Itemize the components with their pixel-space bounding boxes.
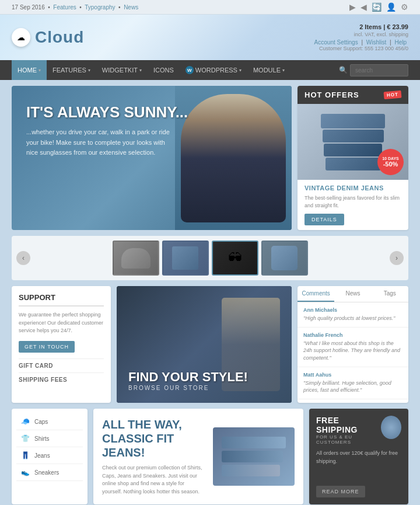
logo-text: Cloud: [35, 28, 84, 47]
cat-sneakers-label: Sneakers: [34, 469, 59, 476]
header-cart: 2 Items | € 23.99 incl. VAT, excl. shipp…: [313, 23, 408, 37]
nav-links: HOME ▾ FEATURES ▾ WIDGETKIT ▾ ICONS W WO…: [12, 60, 290, 80]
date: 17 Sep 2016: [12, 4, 45, 11]
classic-info: ALL THE WAY, CLASSIC FIT JEANS! Check ou…: [93, 409, 303, 504]
logo: ☁ Cloud: [12, 28, 84, 47]
account-settings-link[interactable]: Account Settings: [314, 39, 358, 46]
nav-home[interactable]: HOME ▾: [12, 60, 47, 80]
prev-button[interactable]: ‹: [16, 251, 30, 265]
thumbnail-1[interactable]: [113, 241, 159, 276]
hot-badge: HOT: [384, 90, 402, 100]
comment-2-author: Nathalie French: [303, 332, 402, 338]
comment-3-text: "Simply brilliant. Huge selection, good …: [303, 379, 402, 394]
cat-jeans[interactable]: 👖 Jeans: [16, 447, 83, 464]
find-style-content: FIND YOUR STYLE! BROWSE OUR STORE: [117, 358, 260, 403]
cat-caps[interactable]: 🧢 Caps: [16, 413, 83, 430]
discount-days: 10 DAYS: [382, 156, 399, 161]
tab-comments[interactable]: Comments: [298, 286, 334, 302]
wishlist-link[interactable]: Wishlist: [366, 39, 386, 46]
nav-search: 🔍: [339, 64, 408, 76]
support-box: SUPPORT We guarantee the perfect shoppin…: [12, 286, 111, 403]
next-button[interactable]: ›: [390, 251, 404, 265]
details-button[interactable]: DETAILS: [304, 214, 344, 225]
nav-icon-3[interactable]: 🔄: [372, 2, 382, 12]
hot-product-info: VINTAGE DENIM JEANS The best-selling jea…: [298, 180, 408, 230]
comments-tabs: Comments News Tags: [298, 286, 408, 302]
hero-text: ...whether you drive your car, walk in a…: [26, 127, 178, 158]
nav-wordpress[interactable]: W WORDPRESS ▾: [180, 60, 247, 80]
get-in-touch-button[interactable]: GET IN TOUCH: [19, 341, 75, 353]
classic-image: [213, 427, 295, 486]
search-input[interactable]: [350, 64, 408, 76]
nav-module[interactable]: MODULE ▾: [247, 60, 290, 80]
jeans-icon: 👖: [19, 451, 31, 459]
thumbnail-row: ‹ 🕶 ›: [12, 236, 408, 280]
comment-1: Ann Michaels "High quality products at l…: [298, 302, 408, 328]
logo-icon: ☁: [12, 28, 30, 47]
header-right: 2 Items | € 23.99 incl. VAT, excl. shipp…: [313, 23, 408, 51]
hero-row: IT'S ALWAYS SUNNY... ...whether you driv…: [12, 86, 408, 230]
nav-icon-4[interactable]: 👤: [386, 2, 396, 12]
shirts-icon: 👕: [19, 434, 31, 443]
cat-caps-label: Caps: [34, 419, 48, 425]
tab-tags[interactable]: Tags: [372, 286, 408, 302]
search-icon: 🔍: [339, 66, 348, 74]
free-shipping-box: FREE SHIPPING FOR US & EU CUSTOMERS All …: [309, 409, 408, 504]
caps-icon: 🧢: [19, 417, 31, 426]
classic-row: 🧢 Caps 👕 Shirts 👖 Jeans 👟 Sneakers ALL T…: [12, 409, 408, 504]
support-title: SUPPORT: [19, 293, 104, 307]
nav-features[interactable]: FEATURES ▾: [47, 60, 96, 80]
comment-3-author: Matt Aahus: [303, 372, 402, 378]
top-link-news[interactable]: News: [124, 4, 138, 11]
nav-icon-5[interactable]: ⚙: [401, 2, 408, 12]
gift-card-link[interactable]: GIFT CARD: [19, 358, 104, 372]
read-more-button[interactable]: READ MORE: [316, 486, 365, 497]
find-style-title: FIND YOUR STYLE!: [128, 370, 248, 385]
discount-pct: -50%: [383, 161, 398, 168]
help-link[interactable]: Help: [394, 39, 407, 46]
hot-product-desc: The best-selling jeans favored for its s…: [304, 194, 401, 209]
find-style-sub: BROWSE OUR STORE: [128, 385, 248, 391]
nav-icons[interactable]: ICONS: [148, 60, 180, 80]
comment-3: Matt Aahus "Simply brilliant. Huge selec…: [298, 367, 408, 399]
jeans-stack-visual: [222, 437, 286, 476]
categories-sidebar: 🧢 Caps 👕 Shirts 👖 Jeans 👟 Sneakers: [12, 409, 88, 504]
navigation: HOME ▾ FEATURES ▾ WIDGETKIT ▾ ICONS W WO…: [0, 60, 420, 80]
thumbnail-2[interactable]: [162, 241, 209, 276]
hero-content: IT'S ALWAYS SUNNY... ...whether you driv…: [12, 86, 292, 176]
wordpress-icon: W: [186, 66, 194, 74]
comments-section: Comments News Tags Ann Michaels "High qu…: [298, 286, 408, 403]
shipping-fees-link[interactable]: SHIPPING FEES: [19, 372, 104, 386]
comment-1-author: Ann Michaels: [303, 307, 402, 313]
comment-2-text: "What I like most about this shop is the…: [303, 340, 402, 362]
comment-1-text: "High quality products at lowest prices.…: [303, 315, 402, 322]
cat-shirts[interactable]: 👕 Shirts: [16, 430, 83, 447]
top-link-typography[interactable]: Typography: [85, 4, 115, 11]
thumbnail-3[interactable]: 🕶: [212, 241, 258, 276]
middle-row: SUPPORT We guarantee the perfect shoppin…: [12, 286, 408, 403]
globe-icon: [381, 416, 401, 439]
nav-widgetkit[interactable]: WIDGETKIT ▾: [96, 60, 148, 80]
nav-icon-2[interactable]: ◀: [360, 2, 367, 12]
hot-offers-title: HOT OFFERS: [304, 90, 359, 99]
classic-text: ALL THE WAY, CLASSIC FIT JEANS! Check ou…: [102, 417, 204, 496]
header-account: Account Settings | Wishlist | Help: [313, 39, 408, 46]
tab-news[interactable]: News: [334, 286, 371, 302]
free-shipping-text: All orders over 120€ qualify for free sh…: [316, 450, 401, 481]
discount-badge: 10 DAYS -50%: [377, 149, 404, 175]
top-link-features[interactable]: Features: [53, 4, 76, 11]
hero-title: IT'S ALWAYS SUNNY...: [26, 103, 277, 121]
find-style-banner[interactable]: FIND YOUR STYLE! BROWSE OUR STORE: [117, 286, 292, 403]
free-shipping-title: FREE SHIPPING: [316, 416, 381, 434]
thumbnail-items: 🕶: [33, 241, 387, 276]
nav-icon-1[interactable]: ▶: [349, 2, 356, 12]
comment-2: Nathalie French "What I like most about …: [298, 328, 408, 367]
hot-product-image: 10 DAYS -50%: [298, 104, 408, 180]
top-bar: 17 Sep 2016 • Features • Typography • Ne…: [0, 0, 420, 15]
thumbnail-4[interactable]: [261, 241, 308, 276]
top-date-links: 17 Sep 2016 • Features • Typography • Ne…: [12, 4, 138, 11]
header-support: Customer Support: 555 123 000 456/0: [313, 46, 408, 51]
sneakers-icon: 👟: [19, 468, 31, 476]
main-content: IT'S ALWAYS SUNNY... ...whether you driv…: [0, 80, 420, 505]
cat-sneakers[interactable]: 👟 Sneakers: [16, 464, 83, 481]
